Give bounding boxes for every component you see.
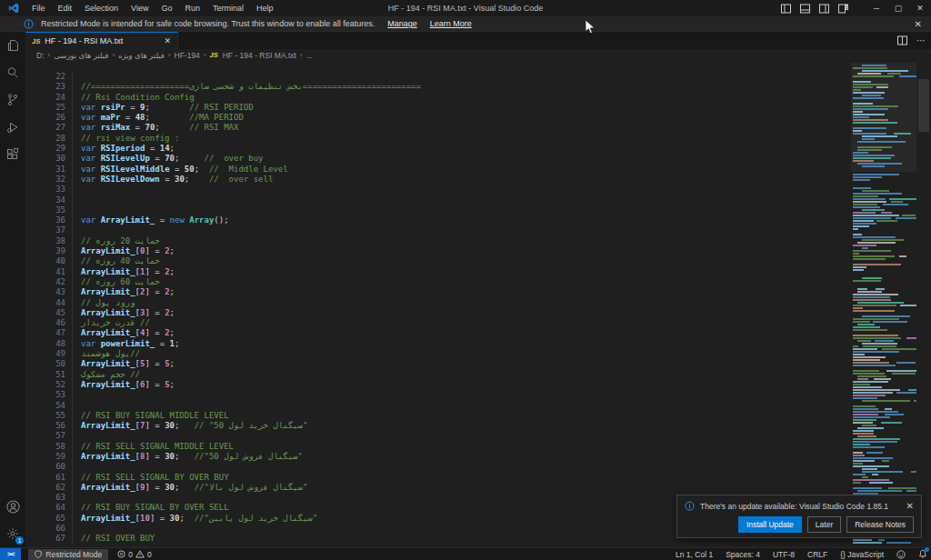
code-token [150, 103, 189, 112]
line-number: 33 [25, 185, 65, 195]
run-debug-icon[interactable] [0, 114, 25, 141]
toggle-secondary-sidebar-icon[interactable] [819, 4, 829, 14]
minimap-token [853, 86, 873, 88]
minimize-button[interactable]: ─ [866, 0, 887, 16]
menu-view[interactable]: View [125, 0, 155, 16]
breadcrumb-item-0[interactable]: D: [36, 51, 45, 60]
tab-close-icon[interactable]: ✕ [164, 36, 171, 45]
code-token: ; [170, 267, 175, 276]
split-editor-icon[interactable] [897, 35, 907, 45]
close-button[interactable]: ✕ [909, 0, 931, 16]
settings-gear-icon[interactable]: 1 [0, 520, 25, 547]
line-number: 25 [25, 103, 65, 113]
code-line-24: // Rsi Condition Config [81, 93, 421, 103]
breadcrumb-item-2[interactable]: فیلتر های ویژه [118, 51, 165, 60]
minimap-token [853, 457, 893, 459]
code-token: = [160, 175, 175, 184]
encoding[interactable]: UTF-8 [773, 550, 795, 559]
code-token: ArrayLimit_ [81, 359, 135, 368]
banner-close-icon[interactable]: ✕ [915, 19, 922, 29]
vertical-scrollbar[interactable] [916, 61, 931, 547]
minimap-token [899, 255, 906, 257]
code-token: // RSI PERIOD [189, 103, 253, 112]
maximize-button[interactable]: ▢ [887, 0, 909, 16]
remote-indicator[interactable]: >< [0, 548, 21, 560]
line-number: 65 [25, 514, 65, 524]
menu-terminal[interactable]: Terminal [206, 0, 250, 16]
toggle-sidebar-icon[interactable] [781, 4, 791, 14]
more-actions-icon[interactable]: ⋯ [916, 35, 926, 45]
minimap[interactable] [851, 61, 916, 547]
tab-active-file[interactable]: JS HF - 194 - RSI MA.txt ✕ [25, 32, 178, 49]
restricted-mode-status[interactable]: Restricted Mode [28, 549, 108, 560]
scrollbar-slider[interactable] [918, 79, 929, 132]
search-icon[interactable] [0, 59, 25, 86]
extensions-icon[interactable] [0, 141, 25, 168]
breadcrumb-item-4[interactable]: HF - 194 - RSI MA.txt [223, 51, 296, 60]
menu-run[interactable]: Run [178, 0, 206, 16]
line-number: 34 [25, 195, 65, 205]
line-number: 43 [25, 287, 65, 297]
line-number: 58 [25, 442, 65, 452]
minimap-token [853, 329, 887, 331]
source-control-icon[interactable] [0, 86, 25, 114]
menu-edit[interactable]: Edit [52, 0, 79, 16]
customize-layout-icon[interactable] [838, 4, 848, 14]
code-token: (); [214, 215, 228, 225]
menu-go[interactable]: Go [155, 0, 178, 16]
code-line-53 [81, 390, 421, 400]
manage-link[interactable]: Manage [387, 19, 417, 28]
language-mode[interactable]: {} JavaScript [840, 550, 884, 559]
code-token: ArrayLimit_ [81, 246, 135, 255]
cursor-position[interactable]: Ln 1, Col 1 [676, 550, 713, 559]
code-token: var [81, 103, 101, 112]
tab-bar: JS HF - 194 - RSI MA.txt ✕ ⋯ [25, 32, 931, 49]
install-update-button[interactable]: Install Update [738, 516, 802, 533]
menu-help[interactable]: Help [250, 0, 280, 16]
minimap-token [853, 201, 886, 203]
line-number: 56 [25, 421, 65, 431]
breadcrumb-item-3[interactable]: HF-194 [175, 51, 200, 60]
toggle-panel-icon[interactable] [800, 4, 810, 14]
minimap-token [853, 108, 888, 110]
line-number: 39 [25, 246, 65, 256]
release-notes-button[interactable]: Release Notes [846, 516, 914, 533]
code-token: var [81, 215, 101, 225]
update-notification: There's an update available: Visual Stud… [676, 495, 922, 538]
code-line-50: ArrayLimit_[5] = 5; [81, 359, 421, 369]
code-editor[interactable]: 2223242526272829303132333435363738394041… [25, 61, 851, 547]
code-line-56: ArrayLimit_[7] = 30; // "سیگنال خرید لول… [81, 421, 421, 431]
code-token: // RSI BUY SIGNAL MIDDLE LEVEL [81, 411, 229, 420]
code-line-63 [81, 493, 421, 503]
code-line-55: // RSI BUY SIGNAL MIDDLE LEVEL [81, 411, 421, 421]
code-token: 70 [145, 123, 155, 132]
minimap-token [853, 337, 901, 339]
menu-selection[interactable]: Selection [78, 0, 125, 16]
learn-more-link[interactable]: Learn More [430, 19, 472, 28]
menu-file[interactable]: File [25, 0, 52, 16]
code-token: var [81, 154, 101, 163]
errors-icon [117, 550, 125, 558]
problems-status[interactable]: 0 0 [117, 550, 151, 559]
notifications-bell[interactable] [918, 549, 927, 560]
breadcrumb-item-5[interactable]: ... [306, 51, 313, 60]
code-line-32: var RSILevelDown = 30; // over sell [81, 175, 421, 185]
code-token: //"سیگنال فروش لول بالا" [195, 483, 308, 492]
eol[interactable]: CRLF [807, 550, 827, 559]
code-token [185, 514, 195, 523]
account-icon[interactable] [0, 493, 25, 520]
code-token: = [145, 144, 159, 153]
status-bar: >< Restricted Mode 0 0 Ln 1, Col 1Spaces… [0, 547, 931, 560]
indentation[interactable]: Spaces: 4 [726, 550, 760, 559]
minimap-token [902, 215, 916, 216]
later-button[interactable]: Later [807, 516, 841, 533]
breadcrumb-item-1[interactable]: فیلتر های بورسی [54, 51, 108, 60]
settings-badge: 1 [15, 536, 24, 545]
line-number: 61 [25, 473, 65, 483]
feedback-smiley-icon[interactable] [896, 550, 906, 559]
minimap-token [862, 138, 875, 140]
explorer-icon[interactable] [0, 32, 25, 59]
minimap-token [853, 220, 874, 222]
notification-close-icon[interactable]: ✕ [906, 501, 914, 511]
line-number: 60 [25, 462, 65, 472]
